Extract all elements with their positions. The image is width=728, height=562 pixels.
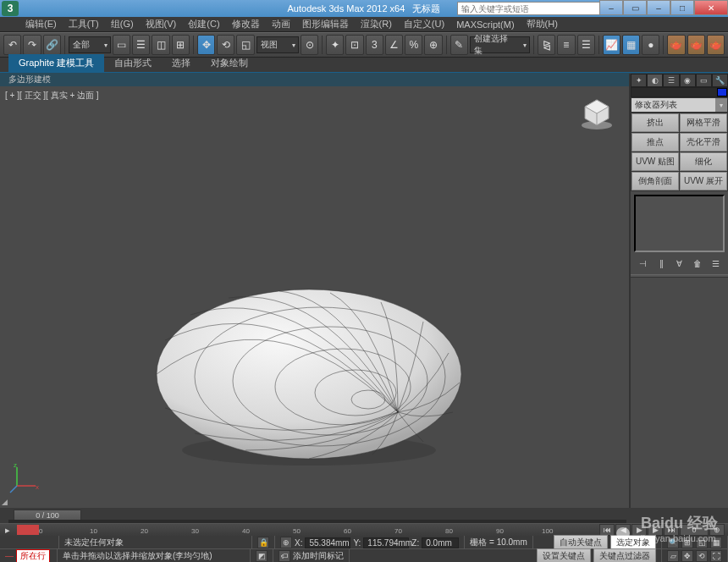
ribbon-tab-graphite[interactable]: Graphite 建模工具 (8, 54, 104, 72)
isolate-icon[interactable]: ◩ (251, 549, 273, 562)
close-button[interactable]: ✕ (694, 0, 728, 15)
mod-meshsmooth-button[interactable]: 网格平滑 (680, 113, 727, 132)
configure-sets-icon[interactable]: ☰ (709, 257, 721, 269)
zoom-extents-all-icon[interactable]: ▦ (710, 537, 722, 548)
angle-snap-button[interactable]: ∠ (385, 35, 403, 55)
z-field[interactable]: 0.0mm (422, 537, 459, 548)
ribbon-tab-paint[interactable]: 对象绘制 (201, 54, 258, 72)
tab-create-icon[interactable]: ✦ (631, 74, 647, 87)
transform-type-icon[interactable]: ⊕ (280, 537, 292, 548)
zoom-extents-icon[interactable]: ◱ (696, 537, 708, 548)
play-button[interactable]: ▶ (631, 524, 647, 536)
fov-icon[interactable]: ▱ (667, 550, 679, 562)
key-filters-button[interactable]: 关键点过滤器 (593, 548, 656, 563)
mod-uvwmap-button[interactable]: UVW 贴图 (631, 152, 679, 171)
menu-animation[interactable]: 动画 (267, 16, 295, 32)
menu-help[interactable]: 帮助(H) (521, 16, 563, 32)
selection-filter-dropdown[interactable]: 全部 (69, 36, 111, 53)
maxscript-mini-listener[interactable] (0, 536, 59, 549)
suoxing-label[interactable]: 所在行 (16, 549, 50, 563)
setkey-button[interactable]: 设置关键点 (537, 548, 591, 563)
mod-push-button[interactable]: 推点 (631, 133, 679, 152)
refcoord-dropdown[interactable]: 视图 (256, 36, 299, 53)
curve-editor-button[interactable]: 📈 (603, 35, 620, 55)
select-region-button[interactable]: ◫ (152, 35, 169, 55)
make-unique-icon[interactable]: ∀ (673, 257, 685, 269)
ribbon-tab-selection[interactable]: 选择 (162, 54, 201, 72)
modifier-list-dropdown[interactable]: 修改器列表 (631, 98, 715, 112)
modifier-stack[interactable] (634, 195, 725, 252)
percent-snap-button[interactable]: % (405, 35, 422, 55)
menu-tools[interactable]: 工具(T) (63, 16, 104, 32)
modifier-list-arrow-icon[interactable]: ▾ (715, 98, 727, 112)
y-field[interactable]: 115.794mm (363, 537, 409, 548)
menu-maxscript[interactable]: MAXScript(M) (451, 18, 519, 31)
align-button[interactable]: ≡ (557, 35, 575, 55)
restore-button[interactable]: ▭ (623, 0, 647, 15)
app-maximize-button[interactable]: □ (670, 0, 694, 15)
render-setup-button[interactable]: 🫖 (667, 35, 685, 55)
select-scale-button[interactable]: ◱ (236, 35, 254, 55)
menu-customize[interactable]: 自定义(U) (399, 16, 449, 32)
mod-shellsmooth-button[interactable]: 壳化平滑 (680, 133, 727, 152)
minimize-button[interactable]: – (599, 0, 623, 15)
menu-create[interactable]: 创建(C) (183, 16, 224, 32)
object-color-swatch[interactable] (717, 88, 727, 96)
zoom-icon[interactable]: 🔍 (667, 537, 679, 548)
mod-extrude-button[interactable]: 挤出 (631, 113, 679, 132)
panel-divider[interactable] (631, 274, 728, 278)
time-tag-label[interactable]: 添加时间标记 (293, 550, 344, 562)
time-slider[interactable]: 0 / 100 (0, 508, 728, 523)
render-production-button[interactable]: 🫖 (707, 35, 725, 55)
viewport-object-sphere[interactable] (152, 281, 466, 467)
app-logo[interactable]: 3 (2, 1, 19, 16)
viewport-resize-handle[interactable]: ◢ (0, 498, 8, 506)
snap-toggle-button[interactable]: 3 (366, 35, 383, 55)
manipulate-button[interactable]: ✦ (326, 35, 344, 55)
use-center-button[interactable]: ⊙ (301, 35, 318, 55)
ribbon-tab-freeform[interactable]: 自由形式 (104, 54, 162, 72)
tab-display-icon[interactable]: ▭ (696, 74, 712, 87)
select-rotate-button[interactable]: ⟲ (217, 35, 234, 55)
edit-named-sel-button[interactable]: ✎ (450, 35, 468, 55)
pin-stack-icon[interactable]: ⊣ (637, 257, 649, 269)
show-end-result-icon[interactable]: ‖ (655, 257, 667, 269)
pan-icon[interactable]: ✥ (681, 550, 693, 562)
lock-selection-icon[interactable]: 🔒 (252, 536, 275, 549)
menu-view[interactable]: 视图(V) (141, 16, 182, 32)
viewport-label[interactable]: [ + ][ 正交 ][ 真实 + 边面 ] (5, 90, 99, 102)
goto-start-button[interactable]: ⏮ (599, 524, 615, 536)
current-frame-field[interactable]: 0 (680, 524, 709, 536)
menu-grapheditors[interactable]: 图形编辑器 (297, 16, 354, 32)
select-move-button[interactable]: ✥ (197, 35, 215, 55)
mod-tessellate-button[interactable]: 细化 (680, 152, 727, 171)
orbit-icon[interactable]: ⟲ (696, 550, 708, 562)
tab-utilities-icon[interactable]: 🔧 (712, 74, 728, 87)
named-selection-dropdown[interactable]: 创建选择集 (470, 36, 530, 53)
layers-button[interactable]: ☰ (577, 35, 595, 55)
tab-hierarchy-icon[interactable]: ☰ (663, 74, 679, 87)
tab-modify-icon[interactable]: ◐ (647, 74, 663, 87)
goto-end-button[interactable]: ⏭ (664, 524, 679, 536)
mirror-button[interactable]: ⧎ (538, 35, 555, 55)
time-tag-icon[interactable]: 🏷 (279, 550, 290, 562)
select-object-button[interactable]: ▭ (113, 35, 130, 55)
material-editor-button[interactable]: ● (642, 35, 659, 55)
window-crossing-button[interactable]: ⊞ (172, 35, 190, 55)
ribbon-panel-label[interactable]: 多边形建模 (8, 74, 51, 85)
app-minimize-button[interactable]: – (647, 0, 670, 15)
menu-render[interactable]: 渲染(R) (356, 16, 397, 32)
zoom-all-icon[interactable]: ⊞ (681, 537, 693, 548)
keyboard-shortcut-button[interactable]: ⊡ (345, 35, 363, 55)
menu-modifiers[interactable]: 修改器 (227, 16, 265, 32)
x-field[interactable]: 55.384mm (305, 537, 350, 548)
remove-modifier-icon[interactable]: 🗑 (692, 257, 703, 269)
tab-motion-icon[interactable]: ◉ (680, 74, 696, 87)
link-button[interactable]: 🔗 (43, 35, 61, 55)
trackbar-toggle-icon[interactable]: ▸ (0, 524, 15, 537)
prev-frame-button[interactable]: ◀ (615, 524, 631, 536)
select-by-name-button[interactable]: ☰ (132, 35, 150, 55)
redo-button[interactable]: ↷ (23, 35, 41, 55)
mod-unwrap-button[interactable]: UVW 展开 (680, 172, 727, 190)
viewcube[interactable] (580, 96, 614, 130)
